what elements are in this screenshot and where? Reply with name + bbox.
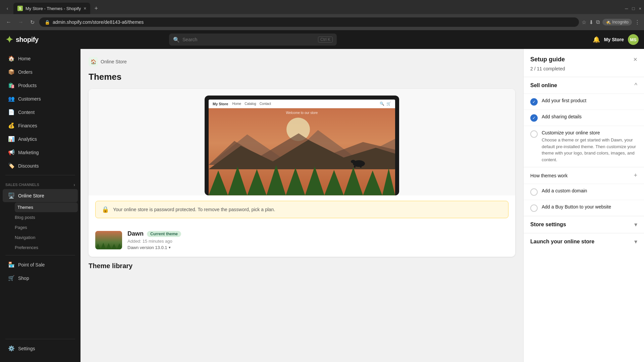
setup-item-customize-store-title: Customize your online store [542,130,637,135]
sidebar-item-discounts[interactable]: 🏷️ Discounts [3,159,78,172]
sidebar-label-home: Home [18,56,31,61]
settings-icon: ⚙️ [8,345,15,352]
sidebar-divider-3 [5,339,75,339]
setup-guide-panel: Setup guide × 2 / 11 completed Sell onli… [523,49,644,362]
svg-point-5 [351,160,356,163]
discounts-icon: 🏷️ [8,163,15,169]
home-icon: 🏠 [8,55,15,62]
theme-added-text: Added: 15 minutes ago [127,239,508,244]
setup-check-add-buy-button [530,204,538,212]
sell-online-section-header[interactable]: Sell online ^ [524,77,644,94]
setup-item-add-buy-button[interactable]: Add a Buy Button to your website [524,200,644,216]
sidebar-sub-item-blog-posts[interactable]: Blog posts [15,213,78,222]
sidebar-item-home[interactable]: 🏠 Home [3,52,78,65]
breadcrumb: 🏠 Online Store [89,57,515,66]
theme-name-row: Dawn Current theme [127,230,508,237]
sidebar-sub-label-themes: Themes [17,205,33,210]
sidebar-label-content: Content [18,110,35,115]
sidebar-label-discounts: Discounts [18,163,39,169]
sidebar-label-orders: Orders [18,69,33,75]
store-name: My Store [604,37,624,42]
theme-library-title: Theme library [89,262,515,270]
shop-icon: 🛒 [8,275,15,281]
theme-thumbnail [95,231,122,249]
close-window-button[interactable]: × [639,6,641,11]
launch-store-section-header[interactable]: Launch your online store ▾ [524,233,644,250]
shopify-topbar: ✦ shopify 🔍 Ctrl K 🔔 My Store MS [0,30,644,49]
download-icon[interactable]: ⬇ [589,19,593,25]
sidebar-sub-item-preferences[interactable]: Preferences [15,243,78,252]
setup-item-customize-store[interactable]: Customize your online store Choose a the… [524,126,644,167]
setup-guide-close-button[interactable]: × [633,56,637,63]
sidebar-item-point-of-sale[interactable]: 🏪 Point of Sale [3,258,78,271]
tab-scroll-left[interactable]: ‹ [3,4,12,13]
sidebar-label-pos: Point of Sale [18,262,45,267]
sidebar-sub-label-preferences: Preferences [15,245,38,250]
notification-bell-icon[interactable]: 🔔 [593,36,600,43]
sidebar-item-orders[interactable]: 📦 Orders [3,65,78,78]
current-theme-badge: Current theme [147,231,181,237]
incognito-badge[interactable]: 🕵 Incognito [602,19,632,25]
theme-image: Welcome to our store [209,108,395,195]
setup-item-add-domain[interactable]: Add a custom domain [524,184,644,200]
address-bar[interactable]: 🔒 admin.shopify.com/store/de8143-a6/them… [39,17,579,27]
menu-icon[interactable]: ⋮ [635,19,640,25]
user-avatar[interactable]: MS [628,34,639,45]
device-screen: My Store Home Catalog Contact 🔍 [209,100,395,195]
sidebar-label-customers: Customers [18,96,41,102]
setup-item-add-buy-button-text: Add a Buy Button to your website [542,204,637,209]
marketing-icon: 📢 [8,149,15,156]
current-theme-row: Dawn Current theme Added: 15 minutes ago… [89,230,515,257]
sidebar-item-shop[interactable]: 🛒 Shop [3,272,78,285]
new-tab-button[interactable]: + [92,4,101,13]
svg-rect-6 [354,166,356,168]
sidebar-item-finances[interactable]: 💰 Finances [3,119,78,132]
forward-button[interactable]: → [16,18,25,26]
breadcrumb-text: Online Store [101,59,127,64]
sidebar-sub-item-pages[interactable]: Pages [15,223,78,232]
setup-item-add-product[interactable]: ✓ Add your first product [524,94,644,110]
device-toolbar-icons: 🔍 🛒 [380,102,391,106]
store-settings-chevron-icon: ▾ [634,221,637,228]
tab-close-button[interactable]: × [84,6,86,11]
back-button[interactable]: ← [4,18,13,26]
sidebar-item-online-store[interactable]: 🖥️ Online Store [3,189,78,202]
password-warning: 🔒 Your online store is password protecte… [95,201,508,218]
refresh-button[interactable]: ↻ [28,18,37,27]
incognito-label: Incognito [612,20,629,24]
device-search-icon: 🔍 [380,102,384,106]
setup-item-add-domain-title: Add a custom domain [542,188,637,193]
sidebar-sub-item-navigation[interactable]: Navigation [15,233,78,242]
sidebar: 🏠 Home 📦 Orders 🛍️ Products 👥 [0,49,80,362]
how-themes-work-title: How themes work [530,173,568,178]
bookmark-icon[interactable]: ☆ [582,19,586,25]
sidebar-item-content[interactable]: 📄 Content [3,106,78,119]
sales-channels-expand-icon[interactable]: › [73,182,75,187]
setup-guide-header: Setup guide × [524,49,644,66]
minimize-button[interactable]: ─ [625,6,628,11]
sidebar-sub-label-pages: Pages [15,225,27,230]
sidebar-item-settings[interactable]: ⚙️ Settings [3,342,78,355]
incognito-icon: 🕵 [606,20,611,24]
setup-guide-title: Setup guide [530,56,565,63]
search-input[interactable] [182,37,315,42]
sidebar-label-analytics: Analytics [18,136,37,142]
lock-icon: 🔒 [45,20,50,25]
sidebar-sub-item-themes[interactable]: Themes [15,202,78,212]
theme-version[interactable]: Dawn version 13.0.1 ▾ [127,245,508,250]
sidebar-item-marketing[interactable]: 📢 Marketing [3,146,78,159]
sidebar-item-analytics[interactable]: 📊 Analytics [3,132,78,145]
extensions-icon[interactable]: ⧉ [596,19,600,25]
sidebar-item-customers[interactable]: 👥 Customers [3,92,78,105]
how-themes-work-expandable[interactable]: How themes work + [524,167,644,184]
setup-item-add-sharing[interactable]: ✓ Add sharing details [524,110,644,126]
setup-item-add-product-title: Add your first product [542,98,637,103]
search-bar[interactable]: 🔍 Ctrl K [169,34,337,46]
sidebar-label-finances: Finances [18,123,37,128]
store-settings-section-header[interactable]: Store settings ▾ [524,216,644,233]
active-tab[interactable]: S My Store - Themes - Shopify × [13,3,90,14]
finances-icon: 💰 [8,122,15,129]
orders-icon: 📦 [8,69,15,75]
maximize-button[interactable]: □ [632,6,635,11]
sidebar-item-products[interactable]: 🛍️ Products [3,79,78,92]
